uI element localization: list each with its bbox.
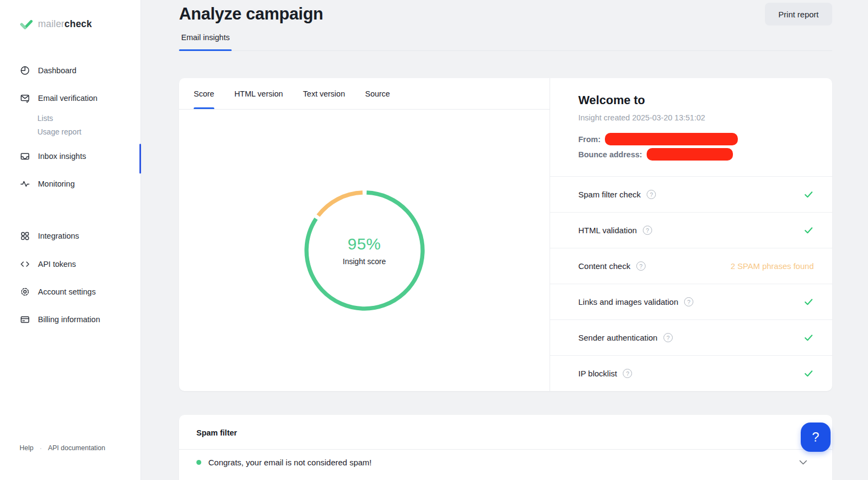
inbox-insights-icon — [20, 151, 30, 161]
help-fab-button[interactable]: ? — [801, 423, 831, 452]
check-row-html-validation[interactable]: HTML validation ? — [550, 212, 832, 248]
monitoring-icon — [20, 179, 30, 189]
footer-separator: · — [40, 444, 42, 452]
dashboard-icon — [20, 66, 30, 75]
check-label: Sender authentication — [578, 333, 658, 342]
insight-summary-panel: Welcome to Insight created 2025-03-20 13… — [550, 78, 832, 391]
help-link[interactable]: Help — [20, 444, 34, 452]
tab-score[interactable]: Score — [194, 78, 214, 109]
logo-check-icon — [20, 17, 33, 31]
gear-icon — [20, 287, 30, 297]
tab-text-version[interactable]: Text version — [303, 78, 345, 109]
sidebar-item-inbox-insights[interactable]: Inbox insights — [0, 146, 141, 166]
sidebar-item-billing-information[interactable]: Billing information — [0, 310, 141, 329]
check-pass-icon — [803, 332, 814, 343]
check-row-content-check[interactable]: Content check ? 2 SPAM phrases found — [550, 248, 832, 284]
check-pass-icon — [803, 297, 814, 307]
sidebar-item-label: Monitoring — [38, 180, 75, 188]
check-row-links-images[interactable]: Links and images validation ? — [550, 284, 832, 319]
sidebar-item-label: Integrations — [38, 232, 79, 240]
insight-score-donut: 95% Insight score — [302, 188, 427, 313]
spam-filter-result-row[interactable]: Congrats, your email is not considered s… — [179, 450, 832, 475]
insight-created-timestamp: Insight created 2025-03-20 13:51:02 — [578, 113, 815, 122]
bounce-address-row: Bounce address: — [578, 148, 815, 161]
sidebar-item-label: API tokens — [38, 260, 76, 268]
sidebar-item-monitoring[interactable]: Monitoring — [0, 174, 141, 194]
check-label: HTML validation — [578, 226, 637, 235]
sidebar: mailercheck Dashboard Email verification… — [0, 0, 141, 480]
print-report-button[interactable]: Print report — [765, 3, 832, 25]
insight-score-chart-area: 95% Insight score — [179, 110, 550, 391]
page-title: Analyze campaign — [179, 3, 323, 25]
status-pass-dot — [196, 460, 201, 465]
check-label: Content check — [578, 261, 630, 271]
check-label: Spam filter check — [578, 190, 641, 199]
sidebar-item-lists[interactable]: Lists — [0, 111, 141, 125]
check-label: Links and images validation — [578, 297, 678, 306]
check-row-spam-filter[interactable]: Spam filter check ? — [550, 176, 832, 212]
tab-email-insights[interactable]: Email insights — [179, 33, 232, 50]
sidebar-item-label: Dashboard — [38, 66, 76, 75]
insight-header: Welcome to Insight created 2025-03-20 13… — [550, 78, 832, 176]
help-circle-icon[interactable]: ? — [663, 333, 673, 342]
credit-card-icon — [20, 315, 30, 324]
insight-score-value: 95% — [348, 235, 381, 253]
sidebar-item-usage-report[interactable]: Usage report — [0, 125, 141, 138]
score-tabs: Score HTML version Text version Source — [179, 78, 550, 110]
sidebar-item-email-verification[interactable]: Email verification — [0, 88, 141, 108]
sidebar-item-label: Email verification — [38, 94, 98, 103]
help-circle-icon[interactable]: ? — [684, 297, 693, 306]
main-content: Analyze campaign Print report Email insi… — [141, 0, 868, 480]
check-row-sender-authentication[interactable]: Sender authentication ? — [550, 319, 832, 355]
integrations-icon — [20, 231, 30, 241]
check-warning-text: 2 SPAM phrases found — [731, 261, 814, 271]
insight-score-label: Insight score — [343, 257, 386, 266]
page-header: Analyze campaign Print report — [179, 0, 832, 25]
sidebar-item-integrations[interactable]: Integrations — [0, 226, 141, 246]
spam-filter-title: Spam filter — [196, 428, 237, 437]
help-circle-icon[interactable]: ? — [623, 369, 632, 378]
from-value-redacted — [605, 133, 738, 145]
sidebar-item-api-tokens[interactable]: API tokens — [0, 254, 141, 274]
spam-filter-header: Spam filter — [179, 415, 832, 450]
email-subject: Welcome to — [578, 93, 815, 107]
help-circle-icon[interactable]: ? — [643, 226, 652, 235]
check-label: IP blocklist — [578, 369, 617, 378]
brand-name: mailercheck — [38, 18, 92, 30]
check-pass-icon — [803, 189, 814, 200]
page-tabs: Email insights — [179, 33, 832, 51]
score-panel: Score HTML version Text version Source 9… — [179, 78, 550, 391]
sidebar-item-label: Billing information — [38, 315, 100, 324]
tab-source[interactable]: Source — [365, 78, 390, 109]
sidebar-footer: Help · API documentation — [20, 444, 105, 452]
sidebar-item-label: Account settings — [38, 287, 95, 296]
bounce-value-redacted — [647, 148, 733, 161]
chevron-down-icon[interactable] — [799, 460, 807, 465]
api-documentation-link[interactable]: API documentation — [48, 444, 105, 452]
sidebar-item-label: Inbox insights — [38, 152, 86, 161]
score-card: Score HTML version Text version Source 9… — [179, 78, 832, 391]
sidebar-item-dashboard[interactable]: Dashboard — [0, 61, 141, 80]
help-circle-icon[interactable]: ? — [647, 190, 656, 199]
check-row-ip-blocklist[interactable]: IP blocklist ? — [550, 355, 832, 391]
api-tokens-icon — [20, 259, 30, 269]
donut-center-text: 95% Insight score — [302, 188, 427, 313]
email-verification-icon — [20, 93, 30, 103]
from-row: From: — [578, 133, 815, 145]
spam-filter-card: Spam filter Congrats, your email is not … — [179, 415, 832, 480]
help-circle-icon[interactable]: ? — [636, 261, 646, 271]
tab-html-version[interactable]: HTML version — [234, 78, 283, 109]
question-mark-glyph: ? — [812, 430, 819, 445]
check-pass-icon — [803, 225, 814, 235]
spam-filter-message: Congrats, your email is not considered s… — [208, 458, 372, 467]
from-label: From: — [578, 135, 601, 144]
sidebar-subitem-label: Usage report — [37, 127, 81, 136]
check-pass-icon — [803, 368, 814, 379]
sidebar-nav: Dashboard Email verification Lists Usage… — [0, 61, 141, 329]
mailercheck-logo[interactable]: mailercheck — [20, 17, 92, 31]
bounce-address-label: Bounce address: — [578, 150, 642, 159]
sidebar-item-account-settings[interactable]: Account settings — [0, 282, 141, 302]
sidebar-subitem-label: Lists — [37, 114, 53, 123]
